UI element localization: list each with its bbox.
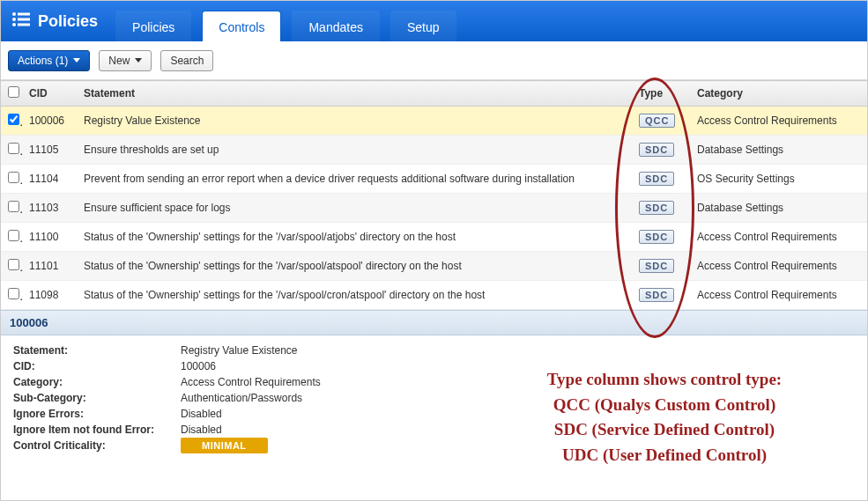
chevron-down-icon <box>73 58 80 63</box>
type-badge: SDC <box>639 259 674 273</box>
detail-label: Ignore Item not found Error: <box>13 424 154 436</box>
table-row[interactable]: 11105Ensure thresholds are set upSDCData… <box>1 136 867 165</box>
detail-header: 100006 <box>1 310 867 335</box>
detail-label: Category: <box>13 376 154 388</box>
cell-statement: Status of the 'Ownership' settings for t… <box>77 252 632 281</box>
tab-controls[interactable]: Controls <box>202 11 281 41</box>
cell-category: Access Control Requirements <box>690 223 867 252</box>
cell-cid: 11100 <box>22 223 77 252</box>
cell-category: OS Security Settings <box>690 165 867 194</box>
new-button[interactable]: New <box>99 50 152 71</box>
detail-label-criticality: Control Criticality: <box>13 439 154 452</box>
type-badge: SDC <box>639 172 674 186</box>
cell-type: SDC <box>632 252 690 281</box>
cell-cid: 100006 <box>22 107 77 136</box>
detail-label: Ignore Errors: <box>13 408 154 420</box>
header-type[interactable]: Type <box>632 81 690 107</box>
type-badge: SDC <box>639 201 674 215</box>
toolbar: Actions (1) New Search <box>1 41 867 80</box>
table-row[interactable]: 100006Registry Value ExistenceQCCAccess … <box>1 107 867 136</box>
cell-type: SDC <box>632 194 690 223</box>
tab-mandates[interactable]: Mandates <box>292 11 379 41</box>
tab-policies[interactable]: Policies <box>115 11 191 41</box>
section-title-label: Policies <box>38 12 98 31</box>
search-button[interactable]: Search <box>160 50 213 71</box>
table-row[interactable]: 11104Prevent from sending an error repor… <box>1 165 867 194</box>
cell-category: Database Settings <box>690 136 867 165</box>
detail-fields: Statement:Registry Value ExistenceCID:10… <box>13 344 321 452</box>
detail-panel: 100006 Statement:Registry Value Existenc… <box>1 310 867 455</box>
cell-cid: 11104 <box>22 165 77 194</box>
cell-cid: 11105 <box>22 136 77 165</box>
detail-label: CID: <box>13 360 154 372</box>
type-badge: SDC <box>639 143 674 157</box>
detail-value: Authentication/Passwords <box>181 392 321 404</box>
cell-cid: 11101 <box>22 252 77 281</box>
cell-statement: Registry Value Existence <box>77 107 632 136</box>
tab-setup[interactable]: Setup <box>390 11 456 41</box>
cell-category: Access Control Requirements <box>690 107 867 136</box>
tab-bar: Policies Controls Mandates Setup <box>110 1 461 41</box>
svg-rect-5 <box>18 23 30 26</box>
actions-button-label: Actions (1) <box>18 55 68 67</box>
cell-type: QCC <box>632 107 690 136</box>
row-checkbox[interactable] <box>8 288 19 299</box>
chevron-down-icon <box>135 58 142 63</box>
section-title: Policies <box>8 1 110 41</box>
detail-label: Sub-Category: <box>13 392 154 404</box>
cell-cid: 11098 <box>22 281 77 310</box>
table-row[interactable]: 11103Ensure sufficient space for logsSDC… <box>1 194 867 223</box>
cell-statement: Ensure thresholds are set up <box>77 136 632 165</box>
detail-value: 100006 <box>181 360 321 372</box>
cell-type: SDC <box>632 165 690 194</box>
table-row[interactable]: 11098Status of the 'Ownership' settings … <box>1 281 867 310</box>
type-badge: SDC <box>639 288 674 302</box>
detail-label: Statement: <box>13 344 154 357</box>
type-badge: SDC <box>639 230 674 244</box>
header: Policies Policies Controls Mandates Setu… <box>1 1 867 41</box>
header-statement[interactable]: Statement <box>77 81 632 107</box>
cell-category: Access Control Requirements <box>690 281 867 310</box>
row-checkbox[interactable] <box>8 230 19 241</box>
header-category[interactable]: Category <box>690 81 867 107</box>
cell-statement: Status of the 'Ownership' settings for t… <box>77 281 632 310</box>
cell-statement: Ensure sufficient space for logs <box>77 194 632 223</box>
detail-value: Registry Value Existence <box>181 344 321 357</box>
criticality-badge: MINIMAL <box>181 438 268 453</box>
svg-rect-3 <box>18 18 30 20</box>
controls-table-wrap: CID Statement Type Category 100006Regist… <box>1 80 867 310</box>
detail-value: Disabled <box>181 424 321 436</box>
cell-type: SDC <box>632 281 690 310</box>
table-row[interactable]: 11101Status of the 'Ownership' settings … <box>1 252 867 281</box>
cell-type: SDC <box>632 223 690 252</box>
row-checkbox[interactable] <box>8 259 19 270</box>
list-icon <box>11 11 31 32</box>
cell-cid: 11103 <box>22 194 77 223</box>
detail-value: Access Control Requirements <box>181 376 321 388</box>
svg-point-0 <box>12 12 16 16</box>
actions-button[interactable]: Actions (1) <box>8 50 90 71</box>
cell-type: SDC <box>632 136 690 165</box>
type-badge: QCC <box>639 114 675 128</box>
cell-statement: Prevent from sending an error report whe… <box>77 165 632 194</box>
cell-category: Access Control Requirements <box>690 252 867 281</box>
controls-table: CID Statement Type Category 100006Regist… <box>1 80 867 310</box>
row-checkbox[interactable] <box>8 172 19 183</box>
svg-rect-1 <box>18 12 30 15</box>
header-checkbox-cell <box>1 81 22 107</box>
row-checkbox[interactable] <box>8 201 19 212</box>
header-cid[interactable]: CID <box>22 81 77 107</box>
row-checkbox[interactable] <box>8 114 19 125</box>
new-button-label: New <box>108 55 130 67</box>
search-button-label: Search <box>170 55 204 67</box>
svg-point-2 <box>12 18 16 21</box>
row-checkbox[interactable] <box>8 143 19 154</box>
cell-statement: Status of the 'Ownership' settings for t… <box>77 223 632 252</box>
detail-value: Disabled <box>181 408 321 420</box>
svg-point-4 <box>12 23 16 26</box>
cell-category: Database Settings <box>690 194 867 223</box>
table-row[interactable]: 11100Status of the 'Ownership' settings … <box>1 223 867 252</box>
select-all-checkbox[interactable] <box>8 86 19 98</box>
